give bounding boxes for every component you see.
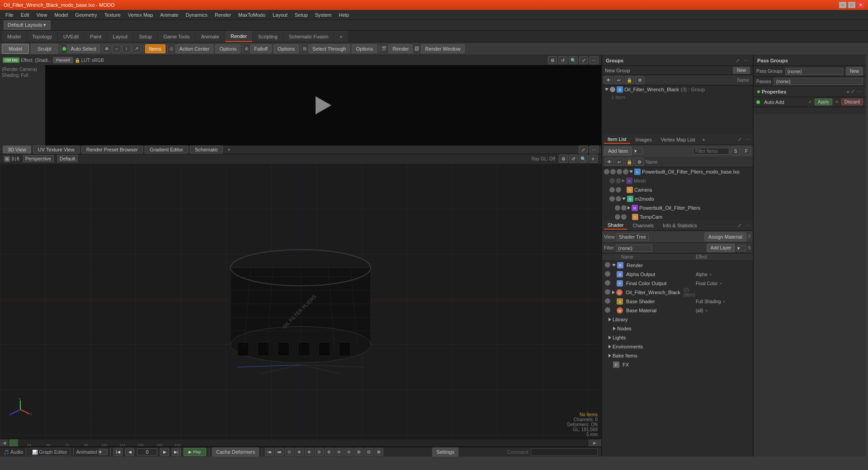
menu-geometry[interactable]: Geometry [71,11,100,19]
lock-icon[interactable]: 🔒 [75,58,80,63]
tab-paint[interactable]: Paint [85,31,107,42]
properties-expand-icon[interactable]: ⤢ [849,89,856,95]
tab-add[interactable]: + [334,31,348,42]
item-eye-6[interactable] [615,214,620,220]
tab-info-stats[interactable]: Info & Statistics [659,222,701,229]
groups-new-btn[interactable]: New [733,67,750,74]
item-eye-2[interactable] [609,178,615,183]
add-layer-dropdown[interactable]: ▾ [737,245,746,251]
tab-vertex-map-list[interactable]: Vertex Map List [657,136,699,143]
tab-schematic-fusion[interactable]: Schematic Fusion [283,31,334,42]
action-center-btn[interactable]: Action Center [175,44,214,53]
shading-row-base-material[interactable]: M Base Material (all) ▾ [602,306,753,315]
add-layer-btn[interactable]: Add Layer [707,244,736,252]
shading-more-icon[interactable]: ⋯ [745,222,751,229]
item-eye-3[interactable] [609,187,615,193]
frame-input[interactable]: 0 [137,448,157,456]
tab-model[interactable]: Model [2,31,26,42]
shading-eye-oil[interactable] [605,289,610,295]
step-back-btn[interactable]: ◀ [125,448,134,456]
shading-row-render[interactable]: R Render [602,261,753,270]
items-filter-icon-1[interactable]: S [731,147,740,155]
item-row-m2modo[interactable]: G m2modo [602,194,753,203]
item-eye-4[interactable] [609,196,615,202]
viewport-gear-icon[interactable]: ≡ [589,155,598,163]
animated-label[interactable]: Animated [76,449,97,455]
shading-row-fx[interactable]: F FX [602,360,753,369]
groups-icon-1[interactable]: 👁 [604,76,613,84]
falloff-btn[interactable]: Falloff [250,44,272,53]
graph-editor-label[interactable]: Graph Editor [39,449,67,455]
transport-btn-3[interactable]: ⊙ [285,448,294,456]
groups-expand-icon[interactable]: ⤢ [735,57,741,64]
viewport-search-icon[interactable]: 🔍 [579,155,588,163]
pass-groups-dropdown[interactable]: (none) [785,68,843,75]
menu-file[interactable]: File [2,11,17,19]
groups-icon-3[interactable]: 🔒 [625,76,634,84]
shading-row-base-shader[interactable]: S Base Shader Full Shading ▾ [602,297,753,306]
options-btn-1[interactable]: Options [215,44,241,53]
group-row-oil-filter[interactable]: G Oil_Filter_Wrench_Black (3) : Group [602,85,753,94]
preview-search-icon[interactable]: 🔍 [569,56,578,64]
properties-more-icon[interactable]: ⋯ [856,89,862,95]
tab-animate[interactable]: Animate [196,31,225,42]
menu-render[interactable]: Render [211,11,235,19]
item-lock-3[interactable] [616,187,621,193]
shading-row-alpha[interactable]: A Alpha Output Alpha ▾ [602,270,753,279]
options-btn-3[interactable]: Options [352,44,377,53]
transport-btn-2[interactable]: ⏭ [275,448,284,456]
item-row-powerbuilt[interactable]: M Powerbuilt_Oil_Filter_Pliers [602,203,753,212]
menu-dynamics[interactable]: Dynamics [182,11,211,19]
preview-expand-icon[interactable]: ⤢ [579,56,588,64]
item-row-lxo[interactable]: L Powerbuilt_Oil_Filter_Pliers_modo_base… [602,167,753,176]
transport-btn-11[interactable]: ⊟ [364,448,373,456]
viewport-tab-add[interactable]: + [225,146,233,153]
preview-refresh-icon[interactable]: ↺ [558,56,567,64]
viewport-refresh-icon[interactable]: ↺ [569,155,578,163]
preview-settings-icon[interactable]: ⚙ [548,56,557,64]
viewport-more-icon[interactable]: ⋯ [590,146,599,154]
shading-row-lights[interactable]: Lights [602,333,753,342]
transport-btn-1[interactable]: ⏮ [265,448,274,456]
shading-row-environments[interactable]: Environments [602,342,753,351]
next-key-btn[interactable]: ▶| [172,448,181,456]
item-eye-5[interactable] [615,205,620,211]
tab-game-tools[interactable]: Game Tools [158,31,195,42]
item-lock-2[interactable] [616,178,621,183]
shading-row-final-color[interactable]: F Final Color Output Final Color ▾ [602,279,753,288]
menu-edit[interactable]: Edit [17,11,33,19]
item-lock-5[interactable] [621,205,627,211]
shading-eye-shader[interactable] [605,298,610,304]
menu-view[interactable]: View [33,11,51,19]
add-item-dropdown[interactable]: ▾ [634,148,643,154]
render-window-btn[interactable]: Render Window [421,44,464,53]
tab-item-list[interactable]: Item List [604,136,630,144]
item-render-1[interactable] [617,169,622,174]
groups-icon-2[interactable]: ↩ [614,76,623,84]
shading-row-bake[interactable]: Bake Items [602,351,753,360]
select-through-btn[interactable]: Select Through [308,44,350,53]
groups-more-icon[interactable]: ⋯ [743,57,749,64]
menu-animate[interactable]: Animate [156,11,182,19]
tab-scripting[interactable]: Scripting [253,31,283,42]
transport-btn-4[interactable]: ⊕ [295,448,304,456]
auto-select-btn[interactable]: Auto Select [67,44,100,53]
add-item-btn[interactable]: Add Item [604,146,632,155]
items-btn[interactable]: Items [145,44,165,53]
menu-maxtomodo[interactable]: MaxToModo [235,11,269,19]
filter-items-input[interactable] [693,148,729,155]
tab-render[interactable]: Render [225,31,252,42]
viewport-settings-icon[interactable]: ⚙ [559,155,568,163]
shading-mode-dropdown[interactable]: Default [57,155,78,162]
assign-material-btn[interactable]: Assign Material [704,232,746,241]
tool-icon-2[interactable]: ↔ [112,45,121,53]
tab-shader[interactable]: Shader [604,221,627,230]
viewport-expand-icon[interactable]: ⤢ [579,146,588,154]
prev-key-btn[interactable]: |◀ [113,448,123,456]
tab-topology[interactable]: Topology [27,31,57,42]
items-filter-icon-2[interactable]: F [742,147,751,155]
groups-icon-4[interactable]: ⚙ [635,76,644,84]
shader-tree-dropdown[interactable]: Shader Tree [617,233,649,240]
options-btn-2[interactable]: Options [274,44,299,53]
mode-tab-sculpt[interactable]: Sculpt [31,44,58,54]
